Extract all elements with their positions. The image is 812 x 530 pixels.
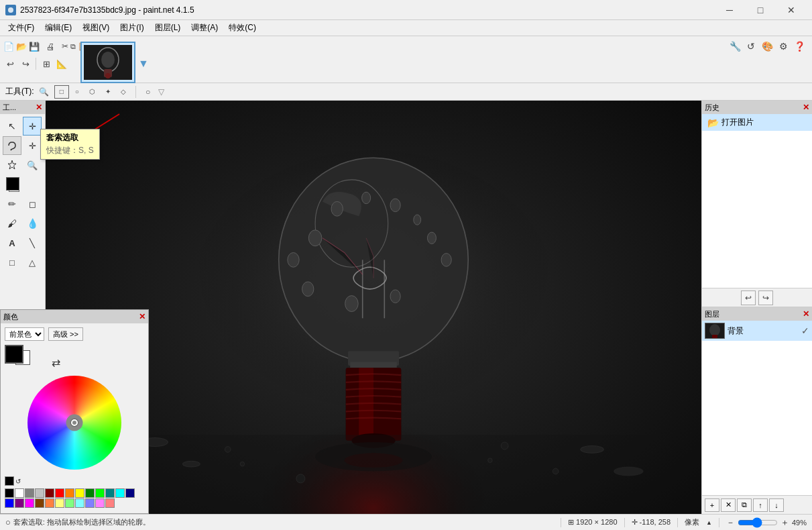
- dropdown-arrow[interactable]: ▽: [158, 87, 164, 97]
- menu-image[interactable]: 图片(I): [115, 21, 149, 35]
- new-button[interactable]: 📄: [3, 39, 15, 54]
- open-button[interactable]: 📂: [15, 39, 27, 54]
- zoom-control: － ＋ 49%: [726, 517, 807, 529]
- palette-color[interactable]: [75, 488, 84, 498]
- fg-bg-dropdown[interactable]: 前景色 背景色: [5, 327, 44, 341]
- polygon-tool[interactable]: △: [23, 253, 42, 272]
- fg-color-btn[interactable]: [3, 175, 21, 194]
- image-tab[interactable]: [80, 42, 135, 83]
- palette-color[interactable]: [15, 498, 24, 508]
- history-item-open[interactable]: 📂 打开图片: [702, 114, 812, 131]
- palette-color[interactable]: [75, 498, 84, 508]
- refresh-icon[interactable]: ↺: [744, 39, 758, 54]
- menu-view[interactable]: 视图(V): [77, 21, 115, 35]
- layers-panel-close[interactable]: ✕: [803, 309, 809, 319]
- settings-icon[interactable]: 🔧: [728, 39, 742, 54]
- gear-icon[interactable]: ⚙: [776, 39, 791, 54]
- freehand-select-tool[interactable]: ✦: [101, 85, 115, 99]
- svg-point-27: [441, 254, 451, 267]
- lasso-select-tool[interactable]: ⬡: [85, 85, 100, 99]
- color-icon[interactable]: 🎨: [760, 39, 774, 54]
- status-sep2: [624, 518, 625, 527]
- foreground-swatch[interactable]: [5, 345, 23, 364]
- save-button[interactable]: 💾: [28, 39, 40, 54]
- menu-effects[interactable]: 特效(C): [223, 21, 262, 35]
- maximize-button[interactable]: □: [745, 0, 776, 20]
- palette-color[interactable]: [25, 498, 34, 508]
- arrow-tool[interactable]: ↖: [3, 117, 21, 136]
- advanced-button[interactable]: 高级 >>: [48, 327, 83, 341]
- palette-color[interactable]: [15, 488, 24, 498]
- layer-visibility-check[interactable]: ✓: [801, 325, 809, 336]
- print-button[interactable]: 🖨: [46, 39, 56, 54]
- move2-tool[interactable]: ✛: [23, 136, 42, 155]
- palette-color[interactable]: [55, 498, 64, 508]
- palette-color[interactable]: [85, 488, 95, 498]
- palette-color[interactable]: [95, 498, 105, 508]
- undo-history-button[interactable]: ↩: [741, 290, 756, 305]
- palette-color[interactable]: [65, 498, 74, 508]
- minimize-button[interactable]: ─: [714, 0, 745, 20]
- history-controls: ↩ ↪: [702, 288, 812, 307]
- rect-select-tool[interactable]: □: [54, 85, 69, 99]
- magic-wand-tool[interactable]: [3, 156, 21, 174]
- pencil-tool[interactable]: ✏: [3, 195, 21, 213]
- delete-layer-button[interactable]: ✕: [721, 498, 736, 512]
- color-wheel[interactable]: [27, 376, 121, 470]
- palette-color[interactable]: [35, 498, 44, 508]
- palette-color[interactable]: [45, 488, 54, 498]
- move-select-tool[interactable]: ✛: [23, 117, 42, 136]
- paintbrush-tool[interactable]: 🖌: [3, 214, 21, 233]
- palette-color[interactable]: [85, 498, 95, 508]
- copy-button[interactable]: ⧉: [70, 39, 76, 54]
- zoom-tool2[interactable]: 🔍: [23, 156, 42, 174]
- menu-edit[interactable]: 编辑(E): [40, 21, 77, 35]
- palette-color[interactable]: [95, 488, 105, 498]
- zoom-slider[interactable]: [738, 518, 778, 527]
- history-panel-close[interactable]: ✕: [803, 103, 809, 112]
- status-sep1: [561, 518, 561, 527]
- text-tool[interactable]: A: [3, 233, 21, 252]
- zoom-minus-btn[interactable]: －: [726, 517, 735, 529]
- shapes-tool[interactable]: □: [3, 253, 21, 272]
- palette-color[interactable]: [115, 488, 125, 498]
- line-tool[interactable]: ╲: [23, 233, 42, 252]
- bg-color-btn[interactable]: [23, 175, 42, 194]
- move-up-layer-button[interactable]: ↑: [753, 498, 768, 512]
- tools-panel-close[interactable]: ✕: [36, 103, 42, 112]
- palette-color[interactable]: [5, 498, 14, 508]
- custom-select-tool[interactable]: ◇: [116, 85, 131, 99]
- palette-color[interactable]: [105, 498, 115, 508]
- palette-color[interactable]: [35, 488, 44, 498]
- cut-button[interactable]: ✂: [61, 39, 69, 54]
- add-layer-button[interactable]: +: [705, 498, 719, 512]
- lasso-tool[interactable]: [3, 136, 21, 155]
- menu-adjust[interactable]: 调整(A): [186, 21, 223, 35]
- move-down-layer-button[interactable]: ↓: [769, 498, 784, 512]
- black-swatch[interactable]: [5, 476, 14, 486]
- tooltip-title: 套索选取: [46, 132, 94, 144]
- palette-color[interactable]: [55, 488, 64, 498]
- eraser-tool[interactable]: ◻: [23, 195, 42, 213]
- menu-layer[interactable]: 图层(L): [150, 21, 186, 35]
- ellipse-select-tool[interactable]: ○: [70, 85, 84, 99]
- zoom-plus-btn[interactable]: ＋: [780, 517, 789, 529]
- palette-color[interactable]: [65, 488, 74, 498]
- reset-swatch[interactable]: ↺: [15, 478, 21, 485]
- close-button[interactable]: ✕: [776, 0, 807, 20]
- clone-tool[interactable]: 💧: [23, 214, 42, 233]
- palette-color[interactable]: [105, 488, 115, 498]
- palette-color[interactable]: [125, 488, 135, 498]
- colors-panel-close[interactable]: ✕: [139, 312, 146, 321]
- help-icon[interactable]: ❓: [792, 39, 807, 54]
- swap-colors-button[interactable]: ⇄: [52, 356, 60, 369]
- menu-file[interactable]: 文件(F): [3, 21, 40, 35]
- select-all-tool[interactable]: ○: [141, 85, 156, 99]
- palette-color[interactable]: [45, 498, 54, 508]
- palette-color[interactable]: [5, 488, 14, 498]
- layer-item-background[interactable]: 背景 ✓: [702, 321, 812, 341]
- palette-color[interactable]: [25, 488, 34, 498]
- duplicate-layer-button[interactable]: ⧉: [737, 498, 752, 512]
- redo-history-button[interactable]: ↪: [758, 290, 773, 305]
- tool-select1[interactable]: 🔍: [37, 85, 52, 99]
